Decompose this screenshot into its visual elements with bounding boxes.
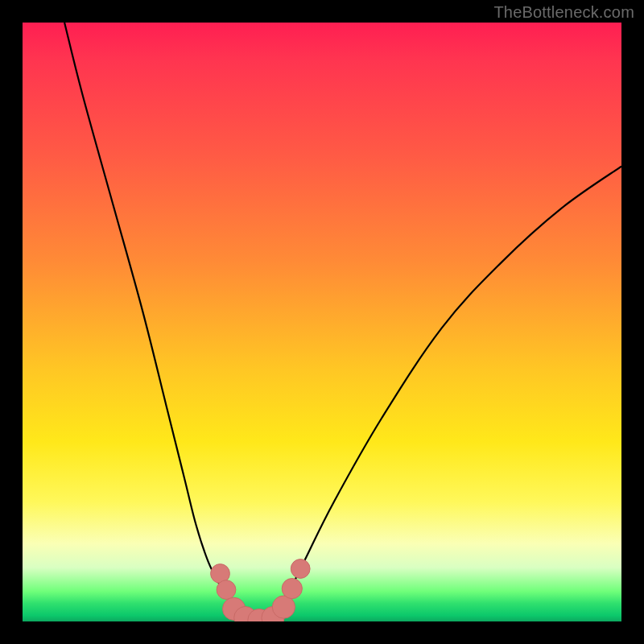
bead-group bbox=[211, 559, 311, 621]
left-curve bbox=[64, 23, 262, 621]
bead-right-upper bbox=[291, 559, 310, 579]
chart-svg bbox=[23, 23, 621, 621]
watermark-text: TheBottleneck.com bbox=[493, 3, 634, 22]
frame: TheBottleneck.com bbox=[0, 0, 644, 644]
bead-left-mid bbox=[217, 580, 236, 600]
plot-area bbox=[23, 23, 621, 621]
curve-group bbox=[64, 23, 621, 621]
bead-right-lower bbox=[272, 596, 295, 618]
right-curve bbox=[262, 167, 621, 621]
bead-right-mid bbox=[282, 579, 302, 599]
